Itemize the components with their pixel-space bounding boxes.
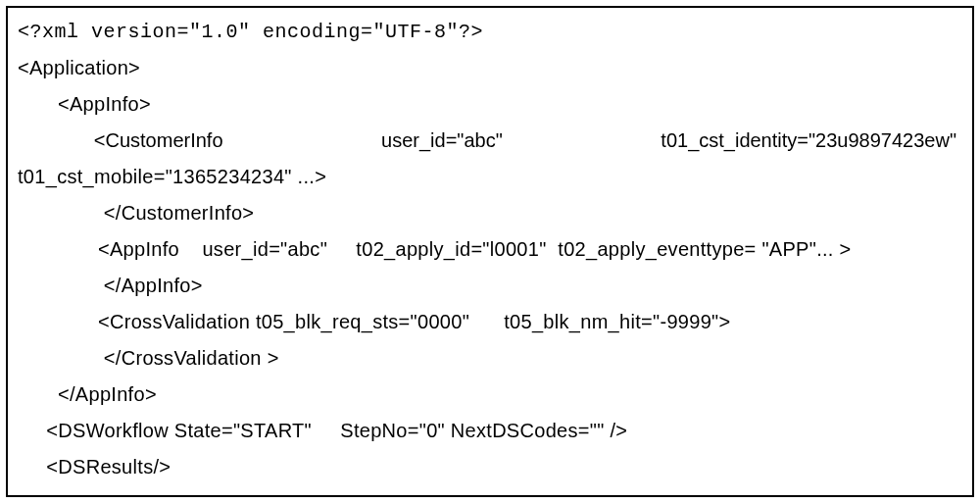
customerinfo-userid: user_id="abc" (381, 123, 503, 159)
appinfo-close-tag: </AppInfo> (18, 377, 962, 413)
appinfo-inner-close-tag: </AppInfo> (18, 268, 962, 304)
appinfo-inner-line: <AppInfo user_id="abc" t02_apply_id="l00… (18, 231, 962, 268)
customerinfo-line: <CustomerInfo user_id="abc" t01_cst_iden… (18, 123, 962, 159)
dsworkflow-line: <DSWorkflow State="START" StepNo="0" Nex… (18, 413, 962, 449)
customerinfo-mobile: t01_cst_mobile="1365234234" ...> (18, 159, 962, 195)
application-open-tag: <Application> (18, 50, 962, 86)
customerinfo-close-tag: </CustomerInfo> (18, 195, 962, 231)
xml-code-box: <?xml version="1.0" encoding="UTF-8"?> <… (6, 6, 974, 497)
xml-declaration: <?xml version="1.0" encoding="UTF-8"?> (18, 14, 962, 50)
customerinfo-tag: <CustomerInfo (18, 123, 223, 159)
appinfo-open-tag: <AppInfo> (18, 86, 962, 123)
crossvalidation-close-tag: </CrossValidation > (18, 340, 962, 377)
dsresults-line: <DSResults/> (18, 449, 962, 485)
customerinfo-identity: t01_cst_identity="23u9897423ew" (661, 123, 956, 159)
crossvalidation-line: <CrossValidation t05_blk_req_sts="0000" … (18, 304, 962, 340)
